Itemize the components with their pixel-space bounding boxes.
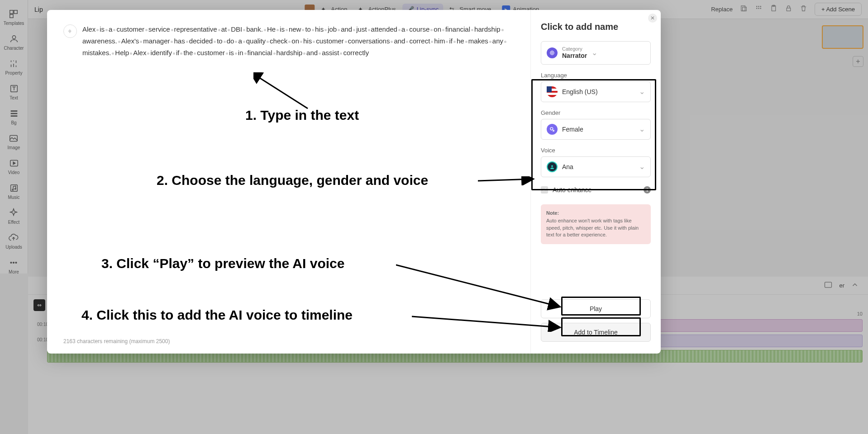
script-input[interactable]: AlexisacustomerservicerepresentativeatDB… xyxy=(82,24,514,59)
annotation-1: 1. Type in the text xyxy=(245,108,359,123)
language-label: Language xyxy=(541,72,651,79)
gender-value: Female xyxy=(562,126,634,133)
note-box: Note: Auto enhance won't work with tags … xyxy=(541,204,651,244)
category-value: Narrator xyxy=(562,52,587,60)
annotation-4: 4. Click this to add the AI voice to tim… xyxy=(81,307,353,323)
chevron-down-icon: ⌄ xyxy=(639,162,645,171)
gender-label: Gender xyxy=(541,109,651,116)
voice-value: Ana xyxy=(562,163,634,170)
category-dropdown[interactable]: CategoryNarrator ⌄ xyxy=(541,41,651,65)
svg-point-28 xyxy=(551,165,553,167)
auto-enhance-label: Auto enhance xyxy=(553,186,591,193)
flag-us-icon xyxy=(547,86,558,97)
voice-avatar-icon xyxy=(547,161,558,172)
language-value: English (US) xyxy=(562,88,634,95)
annotation-2: 2. Choose the language, gender and voice xyxy=(157,173,428,188)
auto-enhance-row: ✓ Auto enhance i xyxy=(541,186,651,193)
voice-dropdown[interactable]: Ana ⌄ xyxy=(541,156,651,177)
gender-icon xyxy=(547,124,558,135)
add-to-timeline-button[interactable]: Add to Timeline xyxy=(541,323,651,342)
char-counter: 2163 characters remaining (maximum 2500) xyxy=(63,329,514,344)
chevron-down-icon: ⌄ xyxy=(639,87,645,96)
svg-point-25 xyxy=(551,52,553,54)
chevron-down-icon: ⌄ xyxy=(639,125,645,133)
category-small: Category xyxy=(562,46,587,52)
name-input[interactable]: Click to add name xyxy=(541,22,651,32)
modal-settings-panel: ✕ Click to add name CategoryNarrator ⌄ L… xyxy=(530,10,661,354)
close-icon[interactable]: ✕ xyxy=(648,14,657,23)
annotation-3: 3. Click “Play” to preview the AI voice xyxy=(101,256,344,271)
category-icon xyxy=(547,47,558,58)
note-title: Note: xyxy=(546,210,645,217)
chevron-down-icon: ⌄ xyxy=(591,48,597,57)
info-icon[interactable]: i xyxy=(644,186,651,193)
auto-enhance-checkbox[interactable]: ✓ xyxy=(541,186,548,193)
note-body: Auto enhance won't work with tags like s… xyxy=(546,218,639,237)
svg-point-27 xyxy=(550,127,553,130)
play-button[interactable]: Play xyxy=(541,299,651,318)
modal-actions: Play Add to Timeline xyxy=(541,299,651,342)
voice-wave-icon xyxy=(63,24,77,38)
language-dropdown[interactable]: English (US) ⌄ xyxy=(541,81,651,102)
gender-dropdown[interactable]: Female ⌄ xyxy=(541,119,651,140)
voice-label: Voice xyxy=(541,147,651,154)
svg-point-26 xyxy=(550,51,554,55)
